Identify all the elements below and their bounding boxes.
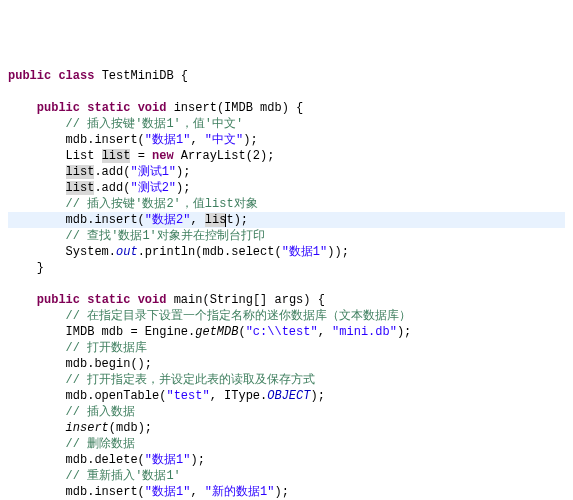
comment: // 重新插入'数据1': [66, 469, 181, 483]
code-line: public static void insert(IMDB mdb) {: [8, 101, 303, 115]
indent: [8, 469, 66, 483]
indent: [8, 245, 66, 259]
code-editor[interactable]: public class TestMiniDB { public static …: [8, 68, 565, 500]
keyword: void: [138, 293, 167, 307]
text: .add(: [94, 165, 130, 179]
comment: // 打开指定表，并设定此表的读取及保存方式: [66, 373, 316, 387]
text: );: [397, 325, 411, 339]
indent: [8, 389, 66, 403]
code-line: IMDB mdb = Engine.getMDB("c:\\test", "mi…: [8, 325, 411, 339]
text: );: [176, 181, 190, 195]
keyword: void: [138, 101, 167, 115]
highlight-occurrence: list: [66, 181, 95, 195]
indent: [8, 197, 66, 211]
text: (: [238, 325, 245, 339]
code-line: list.add("测试1");: [8, 165, 190, 179]
indent: [8, 117, 66, 131]
text: ,: [318, 325, 332, 339]
string: "新的数据1": [205, 485, 275, 499]
string: "mini.db": [332, 325, 397, 339]
keyword: public: [37, 293, 80, 307]
code-line: // 重新插入'数据1': [8, 469, 181, 483]
text: ArrayList(2);: [174, 149, 275, 163]
text: IMDB mdb = Engine.: [66, 325, 196, 339]
text: );: [176, 165, 190, 179]
text: ,: [190, 133, 204, 147]
text: );: [234, 213, 248, 227]
comment: // 插入数据: [66, 405, 136, 419]
keyword: new: [152, 149, 174, 163]
text: .println(mdb.select(: [138, 245, 282, 259]
indent: [8, 437, 66, 451]
text: mdb.insert(: [66, 213, 145, 227]
comment: // 查找'数据1'对象并在控制台打印: [66, 229, 265, 243]
code-line: mdb.begin();: [8, 357, 152, 371]
indent: [8, 325, 66, 339]
highlight-occurrence: lis: [205, 213, 227, 227]
code-line: // 查找'数据1'对象并在控制台打印: [8, 229, 265, 243]
indent: [8, 293, 37, 307]
caret-icon: [225, 214, 226, 227]
highlight-occurrence: list: [102, 149, 131, 163]
text: main(String[] args) {: [174, 293, 325, 307]
code-line: // 删除数据: [8, 437, 135, 451]
text: mdb.delete(: [66, 453, 145, 467]
indent: [8, 133, 66, 147]
indent: [8, 357, 66, 371]
code-line: mdb.insert("数据1", "中文");: [8, 133, 258, 147]
field-ref: out: [116, 245, 138, 259]
code-line: // 插入数据: [8, 405, 135, 419]
indent: [8, 373, 66, 387]
highlight-occurrence: list: [66, 165, 95, 179]
indent: [8, 309, 66, 323]
text: );: [190, 453, 204, 467]
code-line: mdb.insert("数据1", "新的数据1");: [8, 485, 289, 499]
field-ref: OBJECT: [267, 389, 310, 403]
code-line: mdb.delete("数据1");: [8, 453, 205, 467]
text: =: [130, 149, 152, 163]
keyword: public: [8, 69, 51, 83]
code-line: // 插入按键'数据1'，值'中文': [8, 117, 243, 131]
text: );: [274, 485, 288, 499]
comment: // 在指定目录下设置一个指定名称的迷你数据库（文本数据库）: [66, 309, 412, 323]
code-line: list.add("测试2");: [8, 181, 190, 195]
string: "c:\\test": [246, 325, 318, 339]
code-line: insert(mdb);: [8, 421, 152, 435]
indent: [8, 261, 37, 275]
string: "测试1": [130, 165, 176, 179]
indent: [8, 453, 66, 467]
string: "数据1": [145, 133, 191, 147]
keyword: static: [87, 101, 130, 115]
indent: [8, 101, 37, 115]
method-ref: getMDB: [195, 325, 238, 339]
text: mdb.openTable(: [66, 389, 167, 403]
comment: // 删除数据: [66, 437, 136, 451]
indent: [8, 165, 66, 179]
code-line: }: [8, 261, 44, 275]
code-line: // 打开数据库: [8, 341, 147, 355]
string: "数据1": [282, 245, 328, 259]
string: "测试2": [130, 181, 176, 195]
indent: [8, 485, 66, 499]
text: (mdb);: [109, 421, 152, 435]
code-line: // 插入按键'数据2'，值list对象: [8, 197, 258, 211]
text: mdb.insert(: [66, 485, 145, 499]
indent: [8, 341, 66, 355]
text: );: [310, 389, 324, 403]
indent: [8, 421, 66, 435]
code-line: mdb.openTable("test", IType.OBJECT);: [8, 389, 325, 403]
string: "数据1": [145, 485, 191, 499]
text: List: [66, 149, 102, 163]
indent: [8, 229, 66, 243]
text: ,: [190, 213, 204, 227]
keyword: class: [58, 69, 94, 83]
indent: [8, 149, 66, 163]
indent: [8, 213, 66, 227]
string: "test": [166, 389, 209, 403]
indent: [8, 181, 66, 195]
code-line: // 打开指定表，并设定此表的读取及保存方式: [8, 373, 315, 387]
text: .add(: [94, 181, 130, 195]
string: "中文": [205, 133, 243, 147]
comment: // 插入按键'数据1'，值'中文': [66, 117, 244, 131]
keyword: static: [87, 293, 130, 307]
